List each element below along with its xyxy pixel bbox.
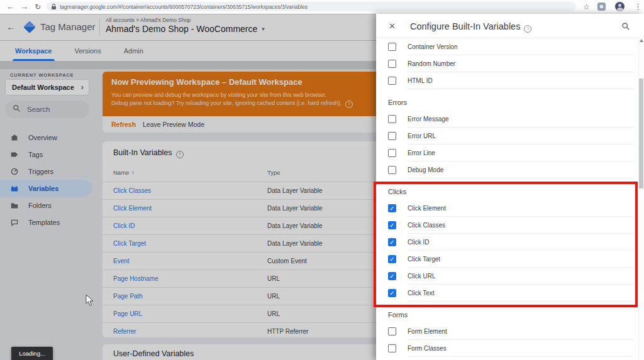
browser-forward-icon[interactable]: → xyxy=(20,2,28,12)
address-bar[interactable]: tagmanager.google.com/#/container/accoun… xyxy=(47,2,576,11)
panel-section-errors: Errors xyxy=(376,89,638,111)
panel-variable-row[interactable]: Form Element xyxy=(376,323,638,340)
variables-icon xyxy=(10,184,19,193)
panel-variable-row[interactable]: Container Version xyxy=(376,38,638,55)
bookmark-star-icon[interactable]: ☆ xyxy=(583,2,590,12)
variable-name-link[interactable]: Click Element xyxy=(113,200,152,217)
variable-label: Container Version xyxy=(408,43,458,50)
help-icon[interactable]: ? xyxy=(176,151,184,158)
variable-name-link[interactable]: Page URL xyxy=(113,305,142,322)
help-icon[interactable]: ? xyxy=(524,25,531,33)
overview-icon xyxy=(10,133,19,142)
breadcrumb[interactable]: All accounts > Ahmad's Demo Shop xyxy=(106,17,191,23)
variable-name-link[interactable]: Click Classes xyxy=(113,182,151,199)
browser-back-icon[interactable]: ← xyxy=(6,2,14,12)
padlock-icon xyxy=(52,6,56,9)
tag-icon xyxy=(10,150,19,159)
panel-variable-row[interactable]: Form Classes xyxy=(376,340,638,357)
panel-variable-row[interactable]: Error Line xyxy=(376,145,638,161)
panel-search-icon[interactable] xyxy=(621,22,630,33)
header-divider xyxy=(99,19,100,36)
variable-label: Debug Mode xyxy=(408,166,443,173)
preview-banner-line1: You can preview and debug the workspace … xyxy=(111,92,326,98)
browser-reload-icon[interactable]: ↻ xyxy=(35,2,41,12)
panel-variable-row[interactable]: Click Classes xyxy=(376,217,638,234)
sidebar-item-label: Triggers xyxy=(28,168,53,175)
checkbox-error-url[interactable] xyxy=(388,132,396,140)
variable-label: Form Classes xyxy=(408,345,447,352)
sidebar-item-variables[interactable]: Variables xyxy=(0,180,92,197)
scrollbar-up-arrow-icon[interactable] xyxy=(640,39,643,42)
checkbox-click-classes[interactable] xyxy=(388,221,396,229)
checkbox-form-element[interactable] xyxy=(388,327,396,335)
tab-bar: WorkspaceVersionsAdmin xyxy=(0,41,376,61)
leave-preview-mode-link[interactable]: Leave Preview Mode xyxy=(143,116,204,133)
close-icon[interactable]: ✕ xyxy=(389,21,396,31)
checkbox-debug-mode[interactable] xyxy=(388,166,396,174)
variable-name-link[interactable]: Click Target xyxy=(113,235,146,252)
browser-menu-icon[interactable]: ⋮ xyxy=(634,2,642,12)
preview-banner: Now Previewing Workspace – Default Works… xyxy=(103,72,384,116)
container-title: Ahmad's Demo Shop - WooCommerce xyxy=(106,24,257,34)
variable-type: URL xyxy=(267,305,280,322)
panel-variable-row[interactable]: HTML ID xyxy=(376,72,638,89)
variable-name-link[interactable]: Page Path xyxy=(113,288,143,305)
variable-name-link[interactable]: Page Hostname xyxy=(113,270,158,287)
panel-variable-row[interactable]: Click Element xyxy=(376,200,638,217)
panel-scrollbar-thumb[interactable] xyxy=(639,79,643,188)
tab-versions[interactable]: Versions xyxy=(64,41,113,61)
container-selector[interactable]: Ahmad's Demo Shop - WooCommerce▾ xyxy=(106,24,265,34)
tag-manager-logo-icon xyxy=(23,20,36,34)
checkbox-click-id[interactable] xyxy=(388,238,396,246)
panel-variable-row[interactable]: Random Number xyxy=(376,55,638,72)
checkbox-click-url[interactable] xyxy=(388,272,396,280)
panel-variable-row[interactable]: Click Text xyxy=(376,285,638,302)
checkbox-form-classes[interactable] xyxy=(388,344,396,352)
panel-scrollbar[interactable] xyxy=(638,38,644,360)
preview-banner-actions: Refresh Leave Preview Mode xyxy=(103,116,384,133)
workspace-selector[interactable]: Default Workspace › xyxy=(5,79,89,95)
search-placeholder: Search xyxy=(27,106,50,113)
sidebar-item-folders[interactable]: Folders xyxy=(0,197,94,214)
checkbox-click-text[interactable] xyxy=(388,289,396,297)
checkbox-click-target[interactable] xyxy=(388,255,396,263)
sidebar-item-tags[interactable]: Tags xyxy=(0,146,94,163)
table-row: Page PathURL xyxy=(103,287,384,305)
checkbox-container-version[interactable] xyxy=(388,43,396,51)
panel-variable-row[interactable]: Debug Mode xyxy=(376,161,638,178)
sidebar-item-templates[interactable]: Templates xyxy=(0,214,94,231)
sort-ascending-icon: ↑ xyxy=(131,170,135,176)
variable-type: URL xyxy=(267,288,280,305)
checkbox-click-element[interactable] xyxy=(388,204,396,212)
variable-label: Click URL xyxy=(408,273,435,280)
checkbox-error-message[interactable] xyxy=(388,115,396,123)
table-row: EventCustom Event xyxy=(103,252,384,270)
panel-title: Configure Built-In Variables? xyxy=(410,21,531,33)
variable-name-link[interactable]: Referrer xyxy=(113,323,136,340)
checkbox-error-line[interactable] xyxy=(388,149,396,157)
tab-workspace[interactable]: Workspace xyxy=(4,41,64,61)
sidebar-item-triggers[interactable]: Triggers xyxy=(0,163,94,180)
variable-name-link[interactable]: Event xyxy=(113,253,130,270)
variable-name-link[interactable]: Click ID xyxy=(113,217,135,234)
search-input[interactable]: Search xyxy=(5,101,89,118)
panel-variable-row[interactable]: Click URL xyxy=(376,268,638,285)
variable-label: Error Line xyxy=(408,150,435,156)
panel-variable-row[interactable]: Click ID xyxy=(376,234,638,251)
column-header-name[interactable]: Name↑ xyxy=(113,169,135,176)
tab-admin[interactable]: Admin xyxy=(113,41,155,61)
sidebar-item-overview[interactable]: Overview xyxy=(0,129,94,146)
search-icon xyxy=(13,104,21,115)
refresh-link[interactable]: Refresh xyxy=(111,116,136,133)
help-icon[interactable]: ? xyxy=(345,101,353,108)
checkbox-html-id[interactable] xyxy=(388,77,396,85)
browser-avatar[interactable] xyxy=(615,2,625,11)
preview-banner-title: Now Previewing Workspace – Default Works… xyxy=(111,77,303,87)
panel-variable-row[interactable]: Error URL xyxy=(376,128,638,145)
extension-icon[interactable] xyxy=(597,3,606,11)
panel-variable-row[interactable]: Error Message xyxy=(376,111,638,128)
column-header-type[interactable]: Type xyxy=(267,169,280,176)
app-back-icon[interactable]: ← xyxy=(6,21,16,32)
panel-variable-row[interactable]: Click Target xyxy=(376,251,638,268)
checkbox-random-number[interactable] xyxy=(388,60,396,68)
